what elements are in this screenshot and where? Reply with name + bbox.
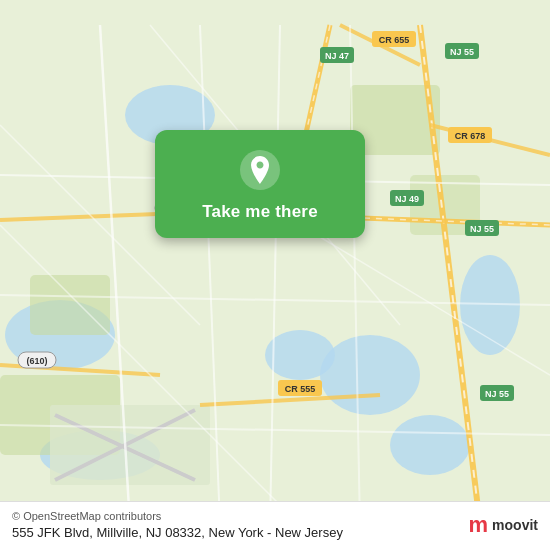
map-container: CR 655 NJ 47 NJ 55 NJ 55 NJ 55 NJ 49 (69…: [0, 0, 550, 550]
svg-text:NJ 49: NJ 49: [395, 194, 419, 204]
svg-rect-8: [30, 275, 110, 335]
map-svg: CR 655 NJ 47 NJ 55 NJ 55 NJ 55 NJ 49 (69…: [0, 0, 550, 550]
osm-attribution: © OpenStreetMap contributors: [12, 510, 343, 522]
svg-point-2: [320, 335, 420, 415]
svg-text:NJ 47: NJ 47: [325, 51, 349, 61]
svg-rect-12: [50, 405, 210, 485]
svg-text:NJ 55: NJ 55: [485, 389, 509, 399]
svg-point-3: [390, 415, 470, 475]
svg-text:CR 678: CR 678: [455, 131, 486, 141]
location-pin-icon: [238, 148, 282, 192]
navigation-card: Take me there: [155, 130, 365, 238]
moovit-letter: m: [469, 514, 489, 536]
take-me-there-button[interactable]: Take me there: [202, 202, 318, 222]
svg-point-4: [265, 330, 335, 380]
moovit-logo: m moovit: [469, 514, 538, 536]
bottom-info-bar: © OpenStreetMap contributors 555 JFK Blv…: [0, 501, 550, 550]
address-section: © OpenStreetMap contributors 555 JFK Blv…: [12, 510, 343, 540]
svg-text:NJ 55: NJ 55: [470, 224, 494, 234]
svg-text:CR 555: CR 555: [285, 384, 316, 394]
svg-text:CR 655: CR 655: [379, 35, 410, 45]
svg-text:NJ 55: NJ 55: [450, 47, 474, 57]
address-label: 555 JFK Blvd, Millville, NJ 08332, New Y…: [12, 525, 343, 540]
svg-text:(610): (610): [26, 356, 47, 366]
moovit-brand: moovit: [492, 517, 538, 533]
